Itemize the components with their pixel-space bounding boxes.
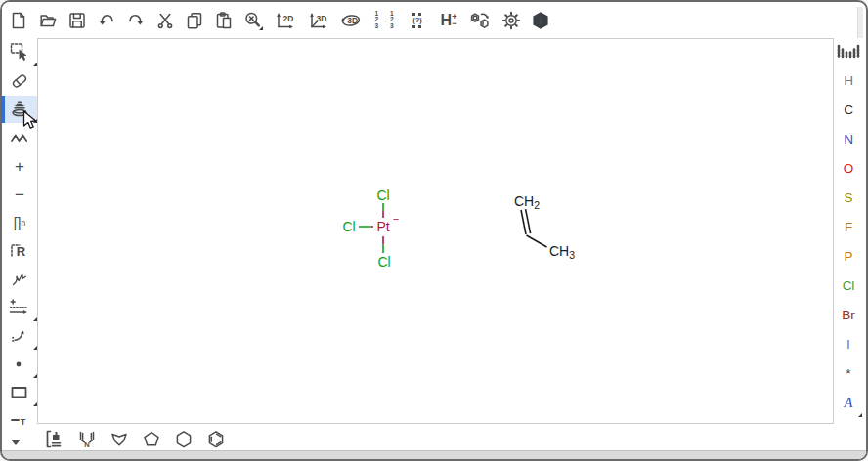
- clean-2d-button[interactable]: 2D: [273, 11, 296, 30]
- dropdown-indicator: [259, 26, 263, 30]
- svg-text:N: N: [84, 440, 89, 449]
- left-toolbar-scroll-down-button[interactable]: [9, 438, 22, 447]
- increase-charge-tool[interactable]: +: [2, 152, 37, 180]
- element-button-a[interactable]: A: [835, 388, 862, 417]
- benzene-template-button[interactable]: [203, 427, 229, 452]
- rgroup-tool[interactable]: R: [2, 237, 37, 265]
- periodic-table-button[interactable]: [835, 38, 862, 63]
- dropdown-indicator: [33, 374, 37, 378]
- element-button-br[interactable]: Br: [835, 300, 862, 329]
- eraser-icon: [9, 70, 30, 92]
- single-bond[interactable]: [527, 235, 547, 247]
- graphics-rectangle-tool[interactable]: [2, 379, 37, 406]
- cut-button[interactable]: [155, 11, 175, 30]
- add-remove-hydrogens-button[interactable]: H + −: [439, 11, 458, 30]
- chain-icon: [9, 127, 30, 148]
- element-button-any[interactable]: *: [835, 358, 862, 388]
- molecule-propene[interactable]: CH2 CH3: [514, 193, 575, 261]
- element-button-s[interactable]: S: [835, 183, 862, 212]
- atom-pt[interactable]: Pt: [376, 219, 389, 234]
- attachment-point-icon: [9, 269, 30, 290]
- view-3d-button[interactable]: 3D: [339, 11, 363, 30]
- element-button-p[interactable]: P: [835, 241, 862, 271]
- paste-icon: [214, 11, 234, 30]
- atom-ch2[interactable]: CH2: [514, 193, 540, 211]
- dot-icon: [9, 354, 30, 375]
- element-button-h[interactable]: H: [835, 65, 862, 95]
- lone-pairs-icon: -(?)-: [411, 13, 425, 28]
- text-tool[interactable]: T: [2, 407, 37, 434]
- template-library-button[interactable]: [42, 427, 67, 452]
- info-button[interactable]: i: [531, 11, 550, 30]
- minus-icon: −: [15, 187, 24, 203]
- selection-tool[interactable]: [2, 39, 37, 66]
- paste-button[interactable]: [214, 11, 234, 30]
- rgroup-icon: R: [8, 240, 31, 262]
- multicenter-bond-tool[interactable]: [2, 96, 37, 123]
- electron-flow-tool[interactable]: [2, 322, 37, 350]
- reaction-arrow-tool[interactable]: [2, 294, 37, 321]
- eraser-tool[interactable]: [2, 67, 37, 95]
- pyrrole-template-button[interactable]: N: [74, 427, 100, 452]
- top-toolbar: 2D 3D 3D 1 2 3: [2, 2, 856, 38]
- pt-charge-minus: −: [393, 213, 399, 225]
- dropdown-indicator: [33, 63, 37, 66]
- undo-button[interactable]: [97, 11, 116, 30]
- svg-text:3D: 3D: [347, 16, 358, 25]
- element-button-o[interactable]: O: [835, 153, 862, 183]
- aromatize-button[interactable]: [468, 11, 492, 30]
- plus-icon: +: [15, 158, 24, 175]
- open-button[interactable]: [38, 11, 58, 30]
- save-button[interactable]: [67, 11, 87, 30]
- graphics-dot-tool[interactable]: [2, 351, 37, 378]
- redo-button[interactable]: [126, 11, 146, 30]
- element-button-f[interactable]: F: [835, 212, 862, 241]
- svg-text:R: R: [17, 244, 26, 259]
- copy-button[interactable]: [185, 11, 204, 30]
- aromatize-icon: [468, 10, 492, 31]
- attachment-point-tool[interactable]: [2, 266, 37, 293]
- atom-cl-top[interactable]: Cl: [376, 188, 389, 203]
- atom-ch3[interactable]: CH3: [549, 243, 575, 261]
- reaction-arrow-icon: [8, 297, 31, 318]
- chem-editor-window: 2D 3D 3D 1 2 3: [0, 0, 868, 461]
- zoom-button[interactable]: [243, 11, 263, 30]
- scissors-icon: [155, 11, 175, 30]
- info-icon: i: [531, 11, 550, 30]
- sgroup-brackets-tool[interactable]: []n: [2, 209, 37, 236]
- svg-text:2D: 2D: [283, 13, 294, 22]
- chain-tool[interactable]: [2, 124, 37, 151]
- clean-3d-button[interactable]: 3D: [306, 11, 329, 30]
- new-document-icon: [9, 11, 28, 30]
- cyclohexane-icon: [172, 428, 195, 451]
- element-button-n[interactable]: N: [835, 124, 862, 153]
- element-button-i[interactable]: I: [835, 329, 862, 358]
- cyclopentadiene-template-button[interactable]: [107, 427, 132, 452]
- chevron-down-icon: [11, 440, 21, 445]
- save-icon: [67, 11, 87, 30]
- multicenter-bond-icon: [9, 99, 30, 120]
- map-atoms-button[interactable]: 1 2 3 → 1 2 3: [372, 11, 396, 30]
- drawing-canvas[interactable]: Cl Cl Cl Pt − CH2 CH3: [37, 38, 834, 424]
- cyclopentadiene-icon: [108, 428, 131, 451]
- cyclohexane-template-button[interactable]: [171, 427, 196, 452]
- new-document-button[interactable]: [9, 11, 28, 30]
- rectangle-icon: [9, 382, 30, 403]
- cyclopentane-icon: [140, 428, 163, 451]
- atom-cl-bottom[interactable]: Cl: [377, 254, 390, 270]
- periodic-table-icon: [836, 43, 861, 59]
- hydrogens-icon: H + −: [441, 13, 457, 28]
- clean-3d-icon: 3D: [306, 11, 329, 30]
- molecule-trichloroplatinate[interactable]: Cl Cl Cl Pt −: [342, 188, 399, 270]
- double-bond-line-1[interactable]: [521, 210, 526, 234]
- element-button-cl[interactable]: Cl: [835, 271, 862, 300]
- element-button-c[interactable]: C: [835, 95, 862, 124]
- decrease-charge-tool[interactable]: −: [2, 181, 37, 208]
- cyclopentane-template-button[interactable]: [139, 427, 164, 452]
- redo-icon: [126, 11, 146, 30]
- svg-text:3D: 3D: [317, 13, 327, 22]
- atom-cl-left[interactable]: Cl: [342, 219, 355, 234]
- template-library-icon: [43, 428, 66, 451]
- lone-pairs-button[interactable]: -(?)-: [406, 11, 429, 30]
- settings-button[interactable]: [501, 11, 521, 30]
